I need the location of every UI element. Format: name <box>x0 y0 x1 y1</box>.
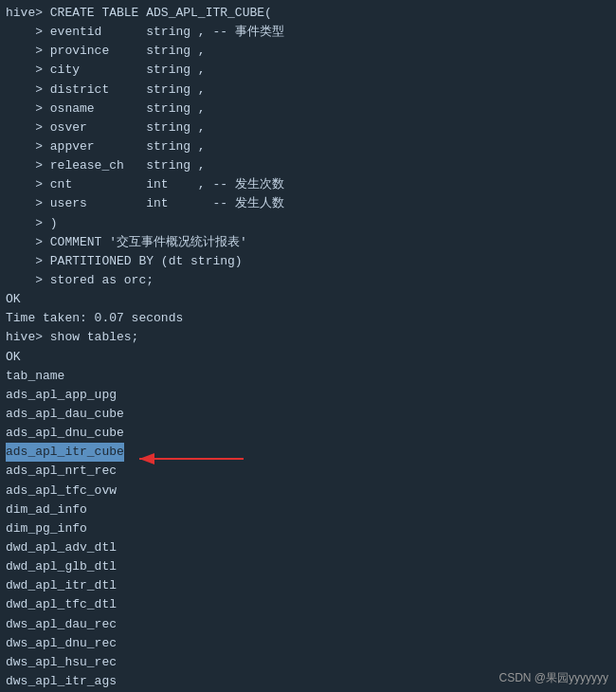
highlighted-table-name: ads_apl_itr_cube <box>6 443 124 462</box>
terminal-line: > appver string , <box>6 137 610 156</box>
watermark: CSDN @果园yyyyyyy <box>498 670 608 686</box>
terminal-line: dwd_apl_adv_dtl <box>6 538 610 557</box>
terminal-line: dws_apl_dau_rec <box>6 615 610 634</box>
terminal-line: dws_apl_hsu_rec <box>6 653 610 672</box>
terminal-line: > osver string , <box>6 118 610 137</box>
terminal-line: dwd_apl_glb_dtl <box>6 557 610 576</box>
terminal-line: > province string , <box>6 42 610 61</box>
terminal-line: > city string , <box>6 61 610 80</box>
terminal-line: ads_apl_itr_cube <box>6 443 610 462</box>
terminal-line: ads_apl_dnu_cube <box>6 424 610 443</box>
terminal-line: dim_ad_info <box>6 501 610 519</box>
terminal-line: > ) <box>6 214 610 233</box>
terminal-line: dwd_apl_tfc_dtl <box>6 595 610 614</box>
terminal-line: > cnt int , -- 发生次数 <box>6 175 610 194</box>
terminal-line: > stored as orc; <box>6 271 610 290</box>
terminal-line: > release_ch string , <box>6 156 610 175</box>
terminal-line: > COMMENT '交互事件概况统计报表' <box>6 233 610 252</box>
terminal-line: OK <box>6 290 610 309</box>
terminal-line: ads_apl_app_upg <box>6 386 610 405</box>
terminal-line: tab_name <box>6 367 610 386</box>
terminal-line: ads_apl_tfc_ovw <box>6 482 610 501</box>
terminal-line: > users int -- 发生人数 <box>6 194 610 213</box>
terminal-line: dws_apl_dnu_rec <box>6 634 610 653</box>
terminal-line: ads_apl_nrt_rec <box>6 462 610 481</box>
terminal-line: > PARTITIONED BY (dt string) <box>6 252 610 271</box>
terminal-line: ads_apl_dau_cube <box>6 405 610 424</box>
terminal-line: OK <box>6 348 610 367</box>
terminal-line: dim_pg_info <box>6 519 610 538</box>
terminal-line: > district string , <box>6 81 610 100</box>
terminal-line: hive> show tables; <box>6 328 610 347</box>
terminal: hive> CREATE TABLE ADS_APL_ITR_CUBE( > e… <box>0 0 616 692</box>
terminal-line: > osname string , <box>6 100 610 118</box>
terminal-line: hive> CREATE TABLE ADS_APL_ITR_CUBE( <box>6 4 610 23</box>
terminal-line: dwd_apl_itr_dtl <box>6 576 610 595</box>
terminal-line: > eventid string , -- 事件类型 <box>6 23 610 42</box>
terminal-line: Time taken: 0.07 seconds <box>6 309 610 328</box>
